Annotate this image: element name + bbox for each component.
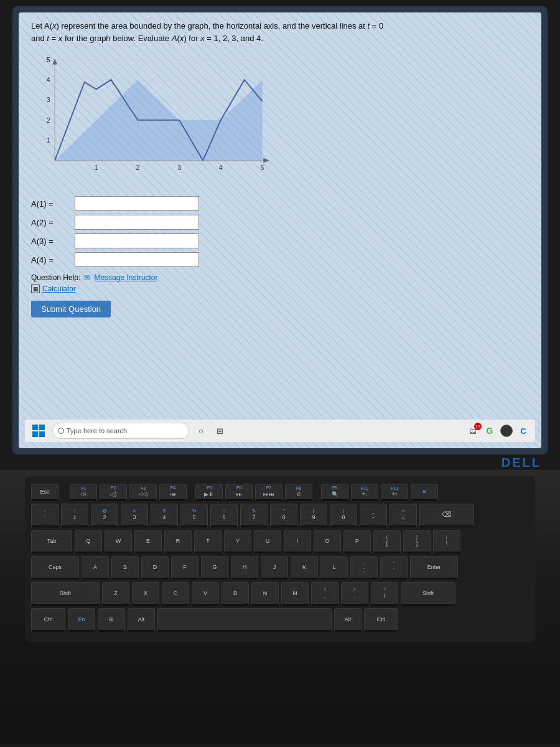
key-esc[interactable]: Esc [31, 484, 58, 501]
key-enter[interactable]: Enter [410, 556, 458, 580]
key-w[interactable]: W [105, 530, 132, 553]
key-g[interactable]: G [201, 556, 228, 580]
key-fn[interactable]: Fn [68, 608, 95, 632]
key-x[interactable]: X [132, 582, 159, 606]
key-1[interactable]: !1 [61, 504, 88, 527]
key-tab[interactable]: Tab [31, 530, 72, 553]
start-button[interactable] [30, 422, 47, 439]
taskbar-badge[interactable]: 🗂 13 [465, 424, 479, 438]
taskbar-icon-g[interactable]: G [483, 424, 497, 438]
key-f12[interactable]: ⚙ [411, 484, 438, 501]
key-7[interactable]: &7 [240, 504, 268, 527]
key-period[interactable]: >. [341, 582, 368, 606]
key-backslash[interactable]: |\ [433, 530, 460, 553]
taskbar-right: 🗂 13 G C [465, 424, 530, 438]
key-d[interactable]: D [141, 556, 169, 580]
a1-label: A(1) = [31, 199, 75, 209]
key-v[interactable]: V [192, 582, 219, 606]
key-f6[interactable]: F6 ⏭ [225, 484, 253, 501]
search-bar[interactable]: Type here to search [52, 423, 189, 439]
key-r[interactable]: R [164, 530, 192, 553]
key-f1[interactable]: F1 ◁x [70, 484, 97, 501]
key-caps[interactable]: Caps [31, 556, 79, 580]
key-k[interactable]: K [291, 556, 318, 580]
key-l[interactable]: L [320, 556, 348, 580]
key-f4[interactable]: F4 ⏮ [159, 484, 187, 501]
input-section: A(1) = A(2) = A(3) = A(4) = [31, 196, 529, 267]
calculator-row: ▦ Calculator [31, 284, 529, 293]
taskbar-grid-button[interactable]: ⊞ [213, 424, 226, 438]
key-2[interactable]: @2 [91, 504, 118, 527]
key-o[interactable]: O [314, 530, 341, 553]
key-backspace[interactable]: ⌫ [419, 504, 474, 527]
calculator-link[interactable]: Calculator [42, 284, 76, 293]
key-f8[interactable]: F8 🖨 [285, 484, 312, 501]
taskbar-circle-button[interactable]: ○ [194, 424, 208, 438]
calculator-icon: ▦ [31, 284, 40, 293]
key-equals[interactable]: += [390, 504, 417, 527]
key-bracket-r[interactable]: }] [403, 530, 431, 553]
key-bracket-l[interactable]: {[ [373, 530, 401, 553]
badge-count: 13 [474, 423, 482, 430]
key-y[interactable]: Y [224, 530, 251, 553]
key-alt-left[interactable]: Alt [128, 608, 155, 632]
key-f9[interactable]: F9 🔍 [321, 484, 348, 501]
a3-input[interactable] [75, 233, 199, 248]
key-h[interactable]: H [231, 556, 258, 580]
fn-key-row: Esc F1 ◁x F2 ◁) F3 ◁◁) F4 ⏮ F5 ▶⏸ [31, 484, 529, 501]
key-ctrl-right[interactable]: Ctrl [364, 608, 398, 632]
a1-row: A(1) = [31, 196, 529, 211]
a4-input[interactable] [75, 252, 199, 267]
key-s[interactable]: S [111, 556, 139, 580]
key-u[interactable]: U [254, 530, 281, 553]
key-j[interactable]: J [261, 556, 288, 580]
key-minus[interactable]: _- [360, 504, 387, 527]
problem-line1: Let A(x) represent the area bounded by t… [31, 20, 529, 32]
svg-text:5: 5 [261, 164, 264, 171]
key-c[interactable]: C [162, 582, 189, 606]
key-tilde[interactable]: ~` [31, 504, 58, 527]
key-f7[interactable]: F7 ⏭⏭ [255, 484, 282, 501]
taskbar-shield-icon[interactable] [500, 425, 513, 437]
key-e[interactable]: E [134, 530, 162, 553]
submit-button[interactable]: Submit Question [31, 301, 111, 317]
key-5[interactable]: %5 [180, 504, 208, 527]
key-3[interactable]: #3 [121, 504, 148, 527]
key-8[interactable]: *8 [270, 504, 297, 527]
key-4[interactable]: $4 [151, 504, 178, 527]
a4-row: A(4) = [31, 252, 529, 267]
key-ctrl-left[interactable]: Ctrl [31, 608, 65, 632]
key-f11[interactable]: F11 ☀↑ [381, 484, 408, 501]
key-p[interactable]: P [343, 530, 371, 553]
key-6[interactable]: ^6 [210, 504, 238, 527]
a2-input[interactable] [75, 215, 199, 230]
key-z[interactable]: Z [102, 582, 129, 606]
key-quote[interactable]: "' [380, 556, 408, 580]
key-space[interactable] [157, 608, 332, 632]
key-alt-right[interactable]: Alt [334, 608, 362, 632]
key-shift-left[interactable]: Shift [31, 582, 100, 606]
key-a[interactable]: A [82, 556, 109, 580]
key-win[interactable]: ⊞ [98, 608, 125, 632]
a3-row: A(3) = [31, 233, 529, 248]
a1-input[interactable] [75, 196, 199, 211]
key-q[interactable]: Q [75, 530, 102, 553]
key-semicolon[interactable]: :; [350, 556, 378, 580]
key-n[interactable]: N [251, 582, 279, 606]
key-f3[interactable]: F3 ◁◁) [129, 484, 157, 501]
key-f[interactable]: F [171, 556, 198, 580]
key-shift-right[interactable]: Shift [401, 582, 455, 606]
key-9[interactable]: (9 [300, 504, 327, 527]
key-b[interactable]: B [222, 582, 249, 606]
key-i[interactable]: I [284, 530, 311, 553]
key-f5[interactable]: F5 ▶⏸ [195, 484, 223, 501]
key-f10[interactable]: F10 ☀↓ [351, 484, 378, 501]
message-instructor-link[interactable]: Message Instructor [94, 273, 157, 282]
key-slash[interactable]: ?/ [371, 582, 398, 606]
key-f2[interactable]: F2 ◁) [100, 484, 127, 501]
key-comma[interactable]: <, [311, 582, 338, 606]
taskbar-edge-icon[interactable]: C [516, 424, 530, 438]
key-0[interactable]: )0 [330, 504, 357, 527]
key-m[interactable]: M [281, 582, 309, 606]
key-t[interactable]: T [194, 530, 222, 553]
